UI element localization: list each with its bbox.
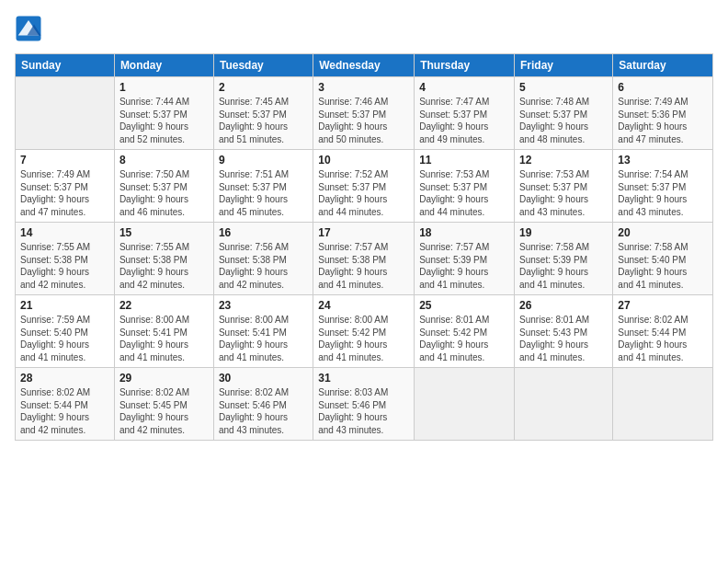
day-number: 21	[20, 299, 109, 312]
day-number: 24	[318, 299, 409, 312]
day-info: Sunrise: 7:44 AM Sunset: 5:37 PM Dayligh…	[119, 96, 209, 145]
day-cell: 1Sunrise: 7:44 AM Sunset: 5:37 PM Daylig…	[114, 77, 213, 150]
day-number: 4	[419, 81, 509, 94]
day-cell: 18Sunrise: 7:57 AM Sunset: 5:39 PM Dayli…	[415, 223, 515, 295]
day-info: Sunrise: 7:54 AM Sunset: 5:37 PM Dayligh…	[618, 168, 708, 218]
day-info: Sunrise: 8:01 AM Sunset: 5:43 PM Dayligh…	[519, 314, 608, 363]
day-cell: 24Sunrise: 8:00 AM Sunset: 5:42 PM Dayli…	[313, 295, 415, 368]
day-cell: 29Sunrise: 8:02 AM Sunset: 5:45 PM Dayli…	[114, 368, 213, 441]
header-cell-saturday: Saturday	[613, 54, 713, 77]
day-info: Sunrise: 8:00 AM Sunset: 5:41 PM Dayligh…	[219, 314, 308, 363]
day-info: Sunrise: 7:47 AM Sunset: 5:37 PM Dayligh…	[419, 96, 509, 145]
day-info: Sunrise: 7:58 AM Sunset: 5:40 PM Dayligh…	[618, 241, 708, 291]
day-info: Sunrise: 7:49 AM Sunset: 5:36 PM Dayligh…	[618, 96, 708, 145]
day-cell: 14Sunrise: 7:55 AM Sunset: 5:38 PM Dayli…	[16, 223, 115, 295]
day-info: Sunrise: 7:50 AM Sunset: 5:37 PM Dayligh…	[119, 168, 209, 218]
day-number: 2	[219, 81, 308, 94]
day-cell: 26Sunrise: 8:01 AM Sunset: 5:43 PM Dayli…	[515, 295, 613, 368]
day-info: Sunrise: 8:02 AM Sunset: 5:44 PM Dayligh…	[618, 314, 708, 363]
day-number: 18	[419, 226, 509, 239]
calendar-header: SundayMondayTuesdayWednesdayThursdayFrid…	[16, 54, 713, 77]
day-cell: 19Sunrise: 7:58 AM Sunset: 5:39 PM Dayli…	[515, 223, 613, 295]
week-row-5: 28Sunrise: 8:02 AM Sunset: 5:44 PM Dayli…	[16, 368, 713, 441]
day-info: Sunrise: 8:03 AM Sunset: 5:46 PM Dayligh…	[318, 386, 409, 436]
day-cell: 5Sunrise: 7:48 AM Sunset: 5:37 PM Daylig…	[515, 77, 613, 150]
header-cell-monday: Monday	[114, 54, 213, 77]
day-cell	[613, 368, 713, 441]
day-cell: 8Sunrise: 7:50 AM Sunset: 5:37 PM Daylig…	[114, 150, 213, 223]
header-cell-thursday: Thursday	[415, 54, 515, 77]
day-number: 9	[219, 154, 308, 167]
day-number: 7	[20, 154, 109, 167]
day-number: 28	[20, 372, 109, 385]
calendar-table: SundayMondayTuesdayWednesdayThursdayFrid…	[15, 53, 713, 441]
day-cell: 25Sunrise: 8:01 AM Sunset: 5:42 PM Dayli…	[415, 295, 515, 368]
day-number: 27	[618, 299, 708, 312]
day-info: Sunrise: 7:52 AM Sunset: 5:37 PM Dayligh…	[318, 168, 409, 218]
day-number: 5	[519, 81, 608, 94]
day-number: 10	[318, 154, 409, 167]
day-info: Sunrise: 7:57 AM Sunset: 5:38 PM Dayligh…	[318, 241, 409, 291]
day-cell: 9Sunrise: 7:51 AM Sunset: 5:37 PM Daylig…	[213, 150, 313, 223]
day-cell: 7Sunrise: 7:49 AM Sunset: 5:37 PM Daylig…	[16, 150, 115, 223]
day-number: 11	[419, 154, 509, 167]
day-cell: 6Sunrise: 7:49 AM Sunset: 5:36 PM Daylig…	[613, 77, 713, 150]
day-number: 19	[519, 226, 608, 239]
day-cell: 16Sunrise: 7:56 AM Sunset: 5:38 PM Dayli…	[213, 223, 313, 295]
day-number: 15	[119, 226, 209, 239]
day-info: Sunrise: 7:48 AM Sunset: 5:37 PM Dayligh…	[519, 96, 608, 145]
week-row-4: 21Sunrise: 7:59 AM Sunset: 5:40 PM Dayli…	[16, 295, 713, 368]
header-cell-friday: Friday	[515, 54, 613, 77]
day-cell: 27Sunrise: 8:02 AM Sunset: 5:44 PM Dayli…	[613, 295, 713, 368]
day-cell: 20Sunrise: 7:58 AM Sunset: 5:40 PM Dayli…	[613, 223, 713, 295]
day-number: 16	[219, 226, 308, 239]
day-number: 13	[618, 154, 708, 167]
day-cell: 11Sunrise: 7:53 AM Sunset: 5:37 PM Dayli…	[415, 150, 515, 223]
logo	[15, 15, 46, 42]
day-number: 26	[519, 299, 608, 312]
day-cell	[16, 77, 115, 150]
day-info: Sunrise: 7:55 AM Sunset: 5:38 PM Dayligh…	[119, 241, 209, 291]
day-info: Sunrise: 7:53 AM Sunset: 5:37 PM Dayligh…	[519, 168, 608, 218]
day-cell: 28Sunrise: 8:02 AM Sunset: 5:44 PM Dayli…	[16, 368, 115, 441]
calendar-container: SundayMondayTuesdayWednesdayThursdayFrid…	[0, 0, 728, 450]
header-cell-tuesday: Tuesday	[213, 54, 313, 77]
week-row-2: 7Sunrise: 7:49 AM Sunset: 5:37 PM Daylig…	[16, 150, 713, 223]
day-number: 25	[419, 299, 509, 312]
day-cell: 3Sunrise: 7:46 AM Sunset: 5:37 PM Daylig…	[313, 77, 415, 150]
week-row-3: 14Sunrise: 7:55 AM Sunset: 5:38 PM Dayli…	[16, 223, 713, 295]
header	[15, 15, 713, 42]
calendar-body: 1Sunrise: 7:44 AM Sunset: 5:37 PM Daylig…	[16, 77, 713, 441]
day-cell: 4Sunrise: 7:47 AM Sunset: 5:37 PM Daylig…	[415, 77, 515, 150]
day-cell	[515, 368, 613, 441]
day-info: Sunrise: 7:57 AM Sunset: 5:39 PM Dayligh…	[419, 241, 509, 291]
day-number: 31	[318, 372, 409, 385]
day-info: Sunrise: 8:00 AM Sunset: 5:42 PM Dayligh…	[318, 314, 409, 363]
header-cell-sunday: Sunday	[16, 54, 115, 77]
day-number: 6	[618, 81, 708, 94]
day-cell: 13Sunrise: 7:54 AM Sunset: 5:37 PM Dayli…	[613, 150, 713, 223]
day-number: 8	[119, 154, 209, 167]
day-info: Sunrise: 8:00 AM Sunset: 5:41 PM Dayligh…	[119, 314, 209, 363]
day-info: Sunrise: 7:53 AM Sunset: 5:37 PM Dayligh…	[419, 168, 509, 218]
day-number: 12	[519, 154, 608, 167]
day-cell: 15Sunrise: 7:55 AM Sunset: 5:38 PM Dayli…	[114, 223, 213, 295]
day-cell: 10Sunrise: 7:52 AM Sunset: 5:37 PM Dayli…	[313, 150, 415, 223]
day-cell: 31Sunrise: 8:03 AM Sunset: 5:46 PM Dayli…	[313, 368, 415, 441]
day-info: Sunrise: 8:01 AM Sunset: 5:42 PM Dayligh…	[419, 314, 509, 363]
day-cell: 30Sunrise: 8:02 AM Sunset: 5:46 PM Dayli…	[213, 368, 313, 441]
day-cell	[415, 368, 515, 441]
day-info: Sunrise: 8:02 AM Sunset: 5:45 PM Dayligh…	[119, 386, 209, 436]
day-info: Sunrise: 7:58 AM Sunset: 5:39 PM Dayligh…	[519, 241, 608, 291]
day-number: 20	[618, 226, 708, 239]
day-info: Sunrise: 7:49 AM Sunset: 5:37 PM Dayligh…	[20, 168, 109, 218]
day-cell: 23Sunrise: 8:00 AM Sunset: 5:41 PM Dayli…	[213, 295, 313, 368]
day-cell: 2Sunrise: 7:45 AM Sunset: 5:37 PM Daylig…	[213, 77, 313, 150]
day-cell: 12Sunrise: 7:53 AM Sunset: 5:37 PM Dayli…	[515, 150, 613, 223]
day-number: 17	[318, 226, 409, 239]
header-cell-wednesday: Wednesday	[313, 54, 415, 77]
week-row-1: 1Sunrise: 7:44 AM Sunset: 5:37 PM Daylig…	[16, 77, 713, 150]
day-number: 1	[119, 81, 209, 94]
day-info: Sunrise: 7:59 AM Sunset: 5:40 PM Dayligh…	[20, 314, 109, 363]
day-number: 22	[119, 299, 209, 312]
